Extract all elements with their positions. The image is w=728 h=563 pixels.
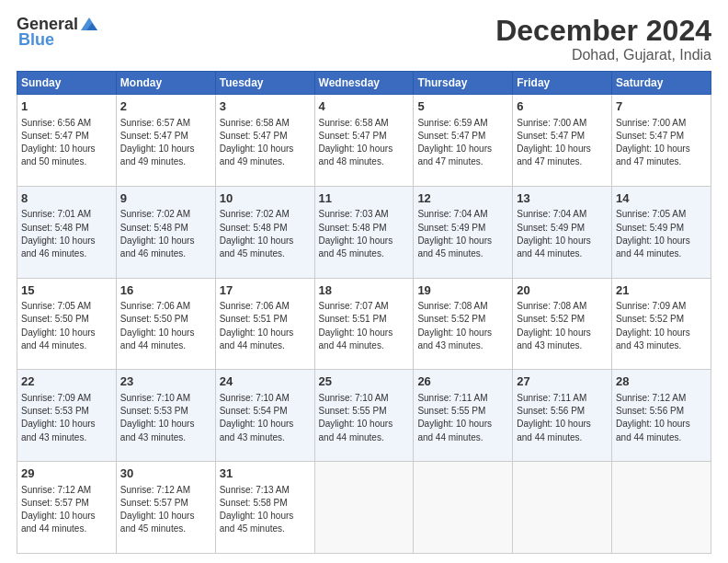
day-number: 13	[517, 190, 608, 207]
location-title: Dohad, Gujarat, India	[495, 47, 711, 63]
day-number: 30	[120, 465, 211, 482]
table-cell: 29 Sunrise: 7:12 AMSunset: 5:57 PMDaylig…	[17, 462, 117, 554]
day-info: Sunrise: 7:08 AMSunset: 5:52 PMDaylight:…	[417, 301, 492, 350]
table-cell: 10 Sunrise: 7:02 AMSunset: 5:48 PMDaylig…	[215, 186, 314, 278]
day-number: 3	[220, 98, 311, 115]
day-number: 8	[21, 190, 112, 207]
col-wednesday: Wednesday	[314, 72, 414, 95]
day-number: 9	[120, 190, 211, 207]
calendar-table: Sunday Monday Tuesday Wednesday Thursday…	[17, 71, 711, 554]
day-number: 17	[220, 282, 311, 299]
day-number: 16	[120, 282, 211, 299]
day-info: Sunrise: 7:12 AMSunset: 5:57 PMDaylight:…	[120, 485, 195, 534]
page: General Blue December 2024 Dohad, Gujara…	[0, 0, 728, 563]
table-cell-empty	[513, 462, 612, 554]
logo-text-blue: Blue	[18, 30, 54, 50]
day-number: 25	[319, 373, 410, 390]
table-cell: 2 Sunrise: 6:57 AMSunset: 5:47 PMDayligh…	[116, 95, 215, 187]
day-info: Sunrise: 6:56 AMSunset: 5:47 PMDaylight:…	[21, 118, 96, 167]
day-number: 12	[417, 190, 508, 207]
day-info: Sunrise: 7:12 AMSunset: 5:56 PMDaylight:…	[616, 393, 690, 442]
day-info: Sunrise: 7:12 AMSunset: 5:57 PMDaylight:…	[21, 485, 96, 534]
table-cell: 6 Sunrise: 7:00 AMSunset: 5:47 PMDayligh…	[513, 95, 612, 187]
logo-icon	[79, 16, 99, 32]
title-block: December 2024 Dohad, Gujarat, India	[495, 15, 711, 63]
day-info: Sunrise: 7:09 AMSunset: 5:52 PMDaylight:…	[616, 301, 690, 350]
table-cell: 15 Sunrise: 7:05 AMSunset: 5:50 PMDaylig…	[17, 278, 117, 370]
table-row: 1 Sunrise: 6:56 AMSunset: 5:47 PMDayligh…	[17, 95, 711, 187]
table-cell: 8 Sunrise: 7:01 AMSunset: 5:48 PMDayligh…	[17, 186, 117, 278]
day-info: Sunrise: 7:09 AMSunset: 5:53 PMDaylight:…	[21, 393, 96, 442]
day-number: 5	[417, 98, 508, 115]
logo: General Blue	[17, 15, 99, 50]
table-cell: 3 Sunrise: 6:58 AMSunset: 5:47 PMDayligh…	[215, 95, 314, 187]
table-cell: 9 Sunrise: 7:02 AMSunset: 5:48 PMDayligh…	[116, 186, 215, 278]
table-cell: 25 Sunrise: 7:10 AMSunset: 5:55 PMDaylig…	[314, 370, 414, 462]
day-info: Sunrise: 6:58 AMSunset: 5:47 PMDaylight:…	[319, 118, 393, 167]
day-number: 28	[616, 373, 707, 390]
table-cell: 24 Sunrise: 7:10 AMSunset: 5:54 PMDaylig…	[215, 370, 314, 462]
day-info: Sunrise: 6:58 AMSunset: 5:47 PMDaylight:…	[220, 118, 294, 167]
table-cell: 23 Sunrise: 7:10 AMSunset: 5:53 PMDaylig…	[116, 370, 215, 462]
day-info: Sunrise: 7:02 AMSunset: 5:48 PMDaylight:…	[220, 209, 294, 259]
day-number: 23	[120, 373, 211, 390]
table-cell: 12 Sunrise: 7:04 AMSunset: 5:49 PMDaylig…	[414, 186, 513, 278]
day-info: Sunrise: 6:59 AMSunset: 5:47 PMDaylight:…	[417, 118, 492, 167]
day-number: 4	[319, 98, 410, 115]
day-number: 7	[616, 98, 707, 115]
table-cell: 27 Sunrise: 7:11 AMSunset: 5:56 PMDaylig…	[513, 370, 612, 462]
col-friday: Friday	[513, 72, 612, 95]
table-cell: 5 Sunrise: 6:59 AMSunset: 5:47 PMDayligh…	[414, 95, 513, 187]
table-cell: 1 Sunrise: 6:56 AMSunset: 5:47 PMDayligh…	[17, 95, 117, 187]
day-info: Sunrise: 6:57 AMSunset: 5:47 PMDaylight:…	[120, 118, 195, 167]
col-thursday: Thursday	[414, 72, 513, 95]
table-cell: 21 Sunrise: 7:09 AMSunset: 5:52 PMDaylig…	[612, 278, 711, 370]
day-number: 11	[319, 190, 410, 207]
day-number: 6	[517, 98, 608, 115]
day-info: Sunrise: 7:00 AMSunset: 5:47 PMDaylight:…	[517, 118, 591, 167]
day-info: Sunrise: 7:10 AMSunset: 5:53 PMDaylight:…	[120, 393, 195, 442]
day-number: 20	[517, 282, 608, 299]
table-cell: 18 Sunrise: 7:07 AMSunset: 5:51 PMDaylig…	[314, 278, 414, 370]
table-cell: 31 Sunrise: 7:13 AMSunset: 5:58 PMDaylig…	[215, 462, 314, 554]
day-info: Sunrise: 7:07 AMSunset: 5:51 PMDaylight:…	[319, 301, 393, 350]
day-info: Sunrise: 7:05 AMSunset: 5:49 PMDaylight:…	[616, 209, 690, 259]
day-number: 24	[220, 373, 311, 390]
day-number: 18	[319, 282, 410, 299]
col-sunday: Sunday	[17, 72, 117, 95]
table-cell-empty	[612, 462, 711, 554]
table-cell: 14 Sunrise: 7:05 AMSunset: 5:49 PMDaylig…	[612, 186, 711, 278]
col-tuesday: Tuesday	[215, 72, 314, 95]
day-number: 22	[21, 373, 112, 390]
day-info: Sunrise: 7:06 AMSunset: 5:50 PMDaylight:…	[120, 301, 195, 350]
table-cell: 4 Sunrise: 6:58 AMSunset: 5:47 PMDayligh…	[314, 95, 414, 187]
table-cell: 28 Sunrise: 7:12 AMSunset: 5:56 PMDaylig…	[612, 370, 711, 462]
day-number: 27	[517, 373, 608, 390]
table-cell: 13 Sunrise: 7:04 AMSunset: 5:49 PMDaylig…	[513, 186, 612, 278]
day-number: 15	[21, 282, 112, 299]
table-cell: 17 Sunrise: 7:06 AMSunset: 5:51 PMDaylig…	[215, 278, 314, 370]
day-number: 21	[616, 282, 707, 299]
day-info: Sunrise: 7:03 AMSunset: 5:48 PMDaylight:…	[319, 209, 393, 259]
day-info: Sunrise: 7:06 AMSunset: 5:51 PMDaylight:…	[220, 301, 294, 350]
table-cell: 22 Sunrise: 7:09 AMSunset: 5:53 PMDaylig…	[17, 370, 117, 462]
table-row: 15 Sunrise: 7:05 AMSunset: 5:50 PMDaylig…	[17, 278, 711, 370]
table-row: 8 Sunrise: 7:01 AMSunset: 5:48 PMDayligh…	[17, 186, 711, 278]
table-cell: 30 Sunrise: 7:12 AMSunset: 5:57 PMDaylig…	[116, 462, 215, 554]
header: General Blue December 2024 Dohad, Gujara…	[17, 15, 711, 63]
day-info: Sunrise: 7:01 AMSunset: 5:48 PMDaylight:…	[21, 209, 96, 259]
day-info: Sunrise: 7:05 AMSunset: 5:50 PMDaylight:…	[21, 301, 96, 350]
day-number: 1	[21, 98, 112, 115]
table-row: 22 Sunrise: 7:09 AMSunset: 5:53 PMDaylig…	[17, 370, 711, 462]
table-cell: 20 Sunrise: 7:08 AMSunset: 5:52 PMDaylig…	[513, 278, 612, 370]
day-info: Sunrise: 7:10 AMSunset: 5:55 PMDaylight:…	[319, 393, 393, 442]
table-cell: 19 Sunrise: 7:08 AMSunset: 5:52 PMDaylig…	[414, 278, 513, 370]
day-number: 2	[120, 98, 211, 115]
table-cell: 16 Sunrise: 7:06 AMSunset: 5:50 PMDaylig…	[116, 278, 215, 370]
day-number: 19	[417, 282, 508, 299]
day-info: Sunrise: 7:04 AMSunset: 5:49 PMDaylight:…	[417, 209, 492, 259]
table-cell-empty	[414, 462, 513, 554]
day-info: Sunrise: 7:11 AMSunset: 5:56 PMDaylight:…	[517, 393, 591, 442]
calendar-header-row: Sunday Monday Tuesday Wednesday Thursday…	[17, 72, 711, 95]
day-info: Sunrise: 7:11 AMSunset: 5:55 PMDaylight:…	[417, 393, 492, 442]
